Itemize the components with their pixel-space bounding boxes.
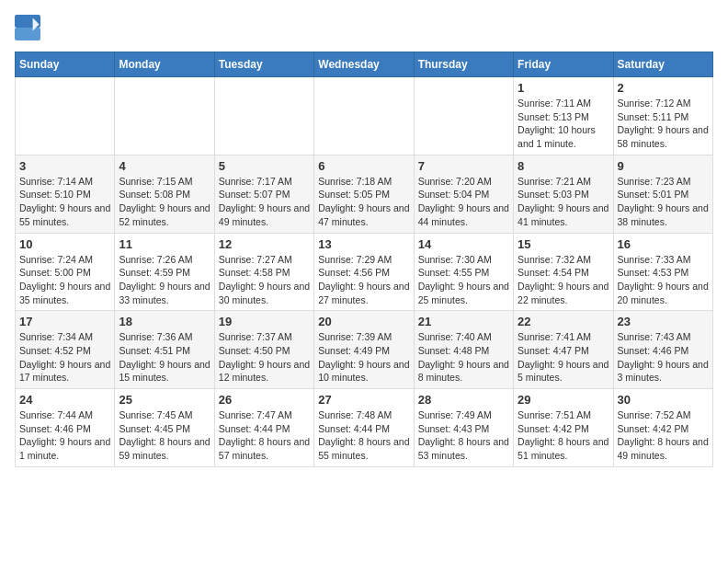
calendar-cell: 23Sunrise: 7:43 AM Sunset: 4:46 PM Dayli… bbox=[613, 311, 712, 389]
day-number: 20 bbox=[318, 315, 409, 328]
calendar-cell: 1Sunrise: 7:11 AM Sunset: 5:13 PM Daylig… bbox=[514, 77, 613, 155]
day-info: Sunrise: 7:41 AM Sunset: 4:47 PM Dayligh… bbox=[518, 330, 609, 385]
calendar-cell bbox=[16, 77, 115, 155]
calendar-cell: 6Sunrise: 7:18 AM Sunset: 5:05 PM Daylig… bbox=[314, 155, 414, 233]
page-container: SundayMondayTuesdayWednesdayThursdayFrid… bbox=[15, 15, 713, 467]
calendar-cell: 24Sunrise: 7:44 AM Sunset: 4:46 PM Dayli… bbox=[16, 389, 115, 467]
day-number: 4 bbox=[119, 159, 210, 173]
day-number: 26 bbox=[219, 393, 310, 407]
day-info: Sunrise: 7:44 AM Sunset: 4:46 PM Dayligh… bbox=[19, 408, 110, 463]
day-info: Sunrise: 7:40 AM Sunset: 4:48 PM Dayligh… bbox=[418, 330, 509, 385]
day-info: Sunrise: 7:15 AM Sunset: 5:08 PM Dayligh… bbox=[119, 175, 210, 229]
calendar-cell: 25Sunrise: 7:45 AM Sunset: 4:45 PM Dayli… bbox=[115, 389, 214, 467]
weekday-header-thursday: Thursday bbox=[414, 52, 513, 77]
calendar-cell: 10Sunrise: 7:24 AM Sunset: 5:00 PM Dayli… bbox=[16, 233, 115, 311]
day-number: 21 bbox=[418, 315, 509, 328]
day-number: 5 bbox=[219, 159, 310, 173]
calendar-cell: 9Sunrise: 7:23 AM Sunset: 5:01 PM Daylig… bbox=[613, 155, 712, 233]
day-number: 17 bbox=[19, 315, 110, 328]
day-info: Sunrise: 7:26 AM Sunset: 4:59 PM Dayligh… bbox=[119, 253, 210, 307]
logo bbox=[15, 15, 44, 40]
calendar-cell: 7Sunrise: 7:20 AM Sunset: 5:04 PM Daylig… bbox=[414, 155, 513, 233]
day-info: Sunrise: 7:52 AM Sunset: 4:42 PM Dayligh… bbox=[618, 408, 709, 463]
day-number: 16 bbox=[618, 237, 709, 251]
day-number: 24 bbox=[19, 393, 110, 407]
day-number: 7 bbox=[418, 159, 509, 173]
day-number: 11 bbox=[119, 237, 210, 251]
calendar-cell: 8Sunrise: 7:21 AM Sunset: 5:03 PM Daylig… bbox=[514, 155, 613, 233]
calendar-cell: 29Sunrise: 7:51 AM Sunset: 4:42 PM Dayli… bbox=[514, 389, 613, 467]
calendar-cell: 27Sunrise: 7:48 AM Sunset: 4:44 PM Dayli… bbox=[314, 389, 414, 467]
day-number: 15 bbox=[518, 237, 609, 251]
calendar-cell: 20Sunrise: 7:39 AM Sunset: 4:49 PM Dayli… bbox=[314, 311, 414, 389]
day-number: 12 bbox=[219, 237, 310, 251]
calendar-cell: 3Sunrise: 7:14 AM Sunset: 5:10 PM Daylig… bbox=[16, 155, 115, 233]
week-row-5: 24Sunrise: 7:44 AM Sunset: 4:46 PM Dayli… bbox=[16, 389, 713, 467]
day-number: 14 bbox=[418, 237, 509, 251]
weekday-header-tuesday: Tuesday bbox=[214, 52, 313, 77]
day-info: Sunrise: 7:33 AM Sunset: 4:53 PM Dayligh… bbox=[618, 253, 709, 307]
day-info: Sunrise: 7:48 AM Sunset: 4:44 PM Dayligh… bbox=[318, 408, 409, 463]
calendar-cell: 15Sunrise: 7:32 AM Sunset: 4:54 PM Dayli… bbox=[514, 233, 613, 311]
day-info: Sunrise: 7:12 AM Sunset: 5:11 PM Dayligh… bbox=[618, 97, 709, 151]
day-info: Sunrise: 7:43 AM Sunset: 4:46 PM Dayligh… bbox=[618, 330, 709, 385]
calendar-cell: 4Sunrise: 7:15 AM Sunset: 5:08 PM Daylig… bbox=[115, 155, 214, 233]
day-number: 22 bbox=[518, 315, 609, 328]
calendar-cell: 28Sunrise: 7:49 AM Sunset: 4:43 PM Dayli… bbox=[414, 389, 513, 467]
day-info: Sunrise: 7:11 AM Sunset: 5:13 PM Dayligh… bbox=[518, 97, 609, 151]
calendar-cell bbox=[414, 77, 513, 155]
day-info: Sunrise: 7:49 AM Sunset: 4:43 PM Dayligh… bbox=[418, 408, 509, 463]
calendar-cell bbox=[314, 77, 414, 155]
day-number: 28 bbox=[418, 393, 509, 407]
day-number: 2 bbox=[618, 81, 709, 95]
day-info: Sunrise: 7:36 AM Sunset: 4:51 PM Dayligh… bbox=[119, 330, 210, 385]
day-info: Sunrise: 7:17 AM Sunset: 5:07 PM Dayligh… bbox=[219, 175, 310, 229]
calendar-cell: 12Sunrise: 7:27 AM Sunset: 4:58 PM Dayli… bbox=[214, 233, 313, 311]
calendar-cell: 17Sunrise: 7:34 AM Sunset: 4:52 PM Dayli… bbox=[16, 311, 115, 389]
day-number: 9 bbox=[618, 159, 709, 173]
calendar-cell: 2Sunrise: 7:12 AM Sunset: 5:11 PM Daylig… bbox=[613, 77, 712, 155]
logo-icon bbox=[15, 15, 40, 40]
weekday-header-wednesday: Wednesday bbox=[314, 52, 414, 77]
day-number: 29 bbox=[518, 393, 609, 407]
header-section bbox=[15, 15, 713, 40]
day-info: Sunrise: 7:45 AM Sunset: 4:45 PM Dayligh… bbox=[119, 408, 210, 463]
day-info: Sunrise: 7:27 AM Sunset: 4:58 PM Dayligh… bbox=[219, 253, 310, 307]
day-number: 8 bbox=[518, 159, 609, 173]
calendar-cell: 22Sunrise: 7:41 AM Sunset: 4:47 PM Dayli… bbox=[514, 311, 613, 389]
day-info: Sunrise: 7:14 AM Sunset: 5:10 PM Dayligh… bbox=[19, 175, 110, 229]
day-number: 6 bbox=[318, 159, 409, 173]
day-number: 13 bbox=[318, 237, 409, 251]
calendar-cell: 16Sunrise: 7:33 AM Sunset: 4:53 PM Dayli… bbox=[613, 233, 712, 311]
week-row-3: 10Sunrise: 7:24 AM Sunset: 5:00 PM Dayli… bbox=[16, 233, 713, 311]
calendar-cell bbox=[115, 77, 214, 155]
day-info: Sunrise: 7:37 AM Sunset: 4:50 PM Dayligh… bbox=[219, 330, 310, 385]
day-info: Sunrise: 7:39 AM Sunset: 4:49 PM Dayligh… bbox=[318, 330, 409, 385]
day-number: 1 bbox=[518, 81, 609, 95]
day-number: 3 bbox=[19, 159, 110, 173]
calendar-cell: 26Sunrise: 7:47 AM Sunset: 4:44 PM Dayli… bbox=[214, 389, 313, 467]
day-info: Sunrise: 7:51 AM Sunset: 4:42 PM Dayligh… bbox=[518, 408, 609, 463]
week-row-4: 17Sunrise: 7:34 AM Sunset: 4:52 PM Dayli… bbox=[16, 311, 713, 389]
day-info: Sunrise: 7:47 AM Sunset: 4:44 PM Dayligh… bbox=[219, 408, 310, 463]
day-number: 10 bbox=[19, 237, 110, 251]
day-number: 23 bbox=[618, 315, 709, 328]
weekday-header-row: SundayMondayTuesdayWednesdayThursdayFrid… bbox=[16, 52, 713, 77]
calendar-cell: 14Sunrise: 7:30 AM Sunset: 4:55 PM Dayli… bbox=[414, 233, 513, 311]
calendar-table: SundayMondayTuesdayWednesdayThursdayFrid… bbox=[15, 52, 713, 467]
weekday-header-friday: Friday bbox=[514, 52, 613, 77]
day-info: Sunrise: 7:30 AM Sunset: 4:55 PM Dayligh… bbox=[418, 253, 509, 307]
day-info: Sunrise: 7:34 AM Sunset: 4:52 PM Dayligh… bbox=[19, 330, 110, 385]
week-row-2: 3Sunrise: 7:14 AM Sunset: 5:10 PM Daylig… bbox=[16, 155, 713, 233]
day-info: Sunrise: 7:21 AM Sunset: 5:03 PM Dayligh… bbox=[518, 175, 609, 229]
calendar-cell: 18Sunrise: 7:36 AM Sunset: 4:51 PM Dayli… bbox=[115, 311, 214, 389]
calendar-cell: 13Sunrise: 7:29 AM Sunset: 4:56 PM Dayli… bbox=[314, 233, 414, 311]
day-info: Sunrise: 7:24 AM Sunset: 5:00 PM Dayligh… bbox=[19, 253, 110, 307]
svg-rect-1 bbox=[15, 28, 40, 40]
day-info: Sunrise: 7:29 AM Sunset: 4:56 PM Dayligh… bbox=[318, 253, 409, 307]
calendar-cell: 30Sunrise: 7:52 AM Sunset: 4:42 PM Dayli… bbox=[613, 389, 712, 467]
day-number: 18 bbox=[119, 315, 210, 328]
day-number: 19 bbox=[219, 315, 310, 328]
calendar-cell: 11Sunrise: 7:26 AM Sunset: 4:59 PM Dayli… bbox=[115, 233, 214, 311]
day-info: Sunrise: 7:18 AM Sunset: 5:05 PM Dayligh… bbox=[318, 175, 409, 229]
